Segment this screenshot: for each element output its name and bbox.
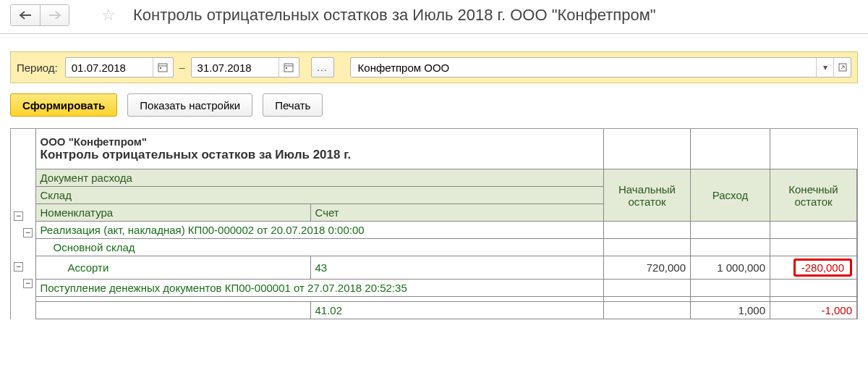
col-header-kon: Конечный остаток (770, 169, 857, 222)
nach-cell: 720,000 (604, 256, 691, 280)
form-button[interactable]: Сформировать (10, 93, 117, 117)
col-header-nomen: Номенклатура (35, 204, 310, 222)
doc-row[interactable]: Реализация (акт, накладная) КП00-000002 … (35, 222, 604, 239)
svg-rect-2 (160, 67, 161, 69)
org-dropdown-icon[interactable]: ▾ (816, 58, 833, 77)
nach-cell (604, 302, 691, 319)
svg-rect-0 (158, 64, 167, 72)
period-select-button[interactable]: ... (311, 57, 334, 77)
page-title: Контроль отрицательных остатков за Июль … (133, 6, 656, 25)
kon-cell: -1,000 (770, 302, 857, 319)
period-dash: – (179, 62, 185, 73)
period-from-field[interactable] (65, 57, 174, 77)
period-to-input[interactable] (192, 59, 278, 77)
print-button[interactable]: Печать (263, 93, 323, 117)
schet-cell[interactable]: 41.02 (310, 302, 604, 319)
nav-forward-button (40, 5, 69, 25)
calendar-icon[interactable] (278, 58, 299, 77)
svg-rect-5 (286, 67, 287, 69)
rash-cell: 1 000,000 (691, 256, 770, 280)
report-company: ООО "Конфетпром" (41, 131, 600, 148)
favorite-star-icon[interactable]: ☆ (98, 5, 119, 25)
org-open-icon[interactable] (833, 58, 851, 77)
nomen-cell[interactable] (35, 302, 310, 319)
period-label: Период: (17, 62, 58, 74)
report-heading: Контроль отрицательных остатков за Июль … (41, 148, 600, 167)
tree-toggle[interactable]: − (23, 279, 33, 288)
doc-row[interactable]: Поступление денежных документов КП00-000… (35, 280, 604, 297)
sklad-row[interactable]: Основной склад (35, 239, 604, 256)
schet-cell[interactable]: 43 (310, 256, 604, 280)
tree-toggle[interactable]: − (14, 211, 23, 221)
col-header-rash: Расход (691, 169, 770, 222)
tree-toggle[interactable]: − (14, 262, 23, 272)
period-from-input[interactable] (66, 59, 153, 77)
calendar-icon[interactable] (153, 58, 173, 77)
nomen-cell[interactable]: Ассорти (35, 256, 310, 280)
kon-cell: -280,000 (770, 256, 857, 280)
period-to-field[interactable] (191, 57, 299, 77)
tree-toggle[interactable]: − (23, 228, 33, 238)
rash-cell: 1,000 (691, 302, 770, 319)
org-field[interactable]: ▾ (350, 57, 851, 77)
col-header-nach: Начальный остаток (604, 169, 691, 222)
nav-back-button[interactable] (11, 5, 40, 25)
col-header-doc: Документ расхода (35, 169, 604, 187)
col-header-sklad: Склад (35, 187, 604, 204)
col-header-schet: Счет (310, 204, 604, 222)
svg-rect-3 (284, 64, 293, 72)
sklad-row[interactable] (35, 297, 604, 302)
show-settings-button[interactable]: Показать настройки (127, 93, 252, 117)
org-input[interactable] (351, 59, 816, 77)
